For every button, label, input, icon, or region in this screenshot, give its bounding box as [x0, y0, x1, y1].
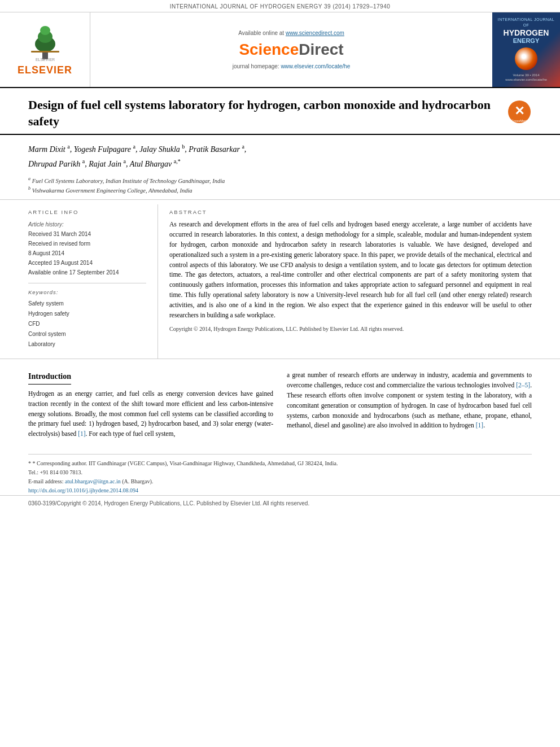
available-date: Available online 17 September 2014: [28, 268, 146, 277]
corresponding-label: * Corresponding author.: [33, 460, 88, 466]
svg-rect-4: [31, 51, 59, 53]
cover-circle-graphic: [515, 47, 537, 70]
intro-right-col: a great number of research efforts are u…: [287, 370, 532, 439]
svg-text:CrossMark: CrossMark: [511, 119, 528, 123]
article-info-heading: ARTICLE INFO: [28, 209, 146, 215]
revised-label: Received in revised form: [28, 239, 146, 248]
svg-text:ELSEVIER: ELSEVIER: [35, 58, 54, 62]
keywords-label: Keywords:: [28, 289, 146, 295]
title-section: ✕ CrossMark Design of fuel cell systems …: [0, 88, 560, 135]
elsevier-wordmark: ELSEVIER: [18, 64, 72, 76]
crossmark-badge: ✕ CrossMark: [507, 99, 532, 126]
keywords-list: Safety system Hydrogen safety CFD Contro…: [28, 299, 146, 350]
email-suffix: (A. Bhargav).: [122, 478, 153, 484]
revised-date: 8 August 2014: [28, 248, 146, 258]
keyword-1: Safety system: [28, 299, 146, 309]
introduction-heading: Introduction: [28, 370, 71, 385]
main-content-section: ARTICLE INFO Article history: Received 3…: [0, 204, 560, 359]
footnote-corresponding: * * Corresponding author. IIT Gandhinaga…: [28, 459, 532, 468]
available-online-text: Available online at www.sciencedirect.co…: [238, 30, 344, 36]
keyword-3: CFD: [28, 319, 146, 329]
email-label: E-mail address:: [28, 478, 63, 484]
ref-1-right[interactable]: [1]: [476, 422, 483, 429]
journal-info-bar: INTERNATIONAL JOURNAL OF HYDROGEN ENERGY…: [0, 0, 560, 12]
svg-point-3: [40, 26, 50, 35]
intro-right-text: a great number of research efforts are u…: [287, 370, 532, 431]
journal-citation: INTERNATIONAL JOURNAL OF HYDROGEN ENERGY…: [170, 3, 391, 10]
ref-1-left[interactable]: [1]: [78, 430, 85, 437]
received-date: Received 31 March 2014: [28, 229, 146, 239]
footnote-doi: http://dx.doi.org/10.1016/j.ijhydene.201…: [28, 486, 532, 495]
keyword-5: Laboratory: [28, 339, 146, 350]
abstract-text: As research and development efforts in t…: [169, 220, 532, 320]
divider-1: [28, 283, 146, 283]
footnotes-section: * * Corresponding author. IIT Gandhinaga…: [28, 454, 532, 495]
affiliation-b: Vishwakarma Government Engineering Colle…: [32, 187, 193, 194]
doi-link[interactable]: http://dx.doi.org/10.1016/j.ijhydene.201…: [28, 487, 138, 493]
email-link[interactable]: atul.bhargav@iitgn.ac.in: [65, 478, 121, 484]
article-info-column: ARTICLE INFO Article history: Received 3…: [28, 204, 158, 359]
introduction-two-col: Introduction Hydrogen as an energy carri…: [28, 370, 532, 439]
journal-homepage: journal homepage: www.elsevier.com/locat…: [233, 63, 350, 69]
cover-small-text: Volume 39 • 2014www.elsevier.com/locate/…: [505, 73, 547, 82]
authors-section: Marm Dixit a, Yogesh Fulpagare a, Jalay …: [0, 135, 560, 200]
affiliation-a: Fuel Cell Systems Laboratory, Indian Ins…: [32, 177, 225, 184]
article-title: Design of fuel cell systems laboratory f…: [28, 97, 532, 129]
elsevier-logo-block: ELSEVIER ELSEVIER: [0, 12, 90, 87]
history-label: Article history:: [28, 220, 146, 229]
svg-text:✕: ✕: [514, 104, 524, 118]
authors-line: Marm Dixit a, Yogesh Fulpagare a, Jalay …: [28, 142, 532, 171]
footnote-email: E-mail address: atul.bhargav@iitgn.ac.in…: [28, 477, 532, 486]
crossmark-icon: ✕ CrossMark: [507, 99, 532, 124]
sciencedirect-url[interactable]: www.sciencedirect.com: [286, 30, 344, 36]
journal-center-block: Available online at www.sciencedirect.co…: [90, 12, 492, 87]
elsevier-tree-icon: ELSEVIER: [23, 23, 68, 62]
accepted-date: Accepted 19 August 2014: [28, 258, 146, 268]
journal-homepage-link[interactable]: www.elsevier.com/locate/he: [281, 63, 350, 69]
journal-cover-image: International Journal of HYDROGEN ENERGY…: [492, 12, 560, 87]
intro-left-col: Introduction Hydrogen as an energy carri…: [28, 370, 273, 439]
ref-2-5[interactable]: [2–5]: [516, 382, 530, 388]
footer-bar: 0360-3199/Copyright © 2014, Hydrogen Ene…: [0, 495, 560, 511]
footnote-tel: Tel.: +91 814 030 7813.: [28, 468, 532, 477]
cover-label-hydrogen: HYDROGEN: [504, 28, 549, 38]
abstract-column: ABSTRACT As research and development eff…: [158, 204, 532, 359]
corresponding-address: IIT Gandhinagar (VGEC Campus), Visat-Gan…: [89, 460, 338, 466]
keyword-2: Hydrogen safety: [28, 309, 146, 319]
intro-left-text: Hydrogen as an energy carrier, and fuel …: [28, 389, 273, 439]
article-history-block: Article history: Received 31 March 2014 …: [28, 220, 146, 277]
cover-label-energy: ENERGY: [513, 37, 539, 44]
keyword-4: Control system: [28, 329, 146, 339]
sciencedirect-logo: ScienceDirect: [239, 41, 343, 59]
affiliations-block: a Fuel Cell Systems Laboratory, Indian I…: [28, 176, 532, 195]
copyright-text: Copyright © 2014, Hydrogen Energy Public…: [169, 325, 532, 333]
body-section: Introduction Hydrogen as an energy carri…: [0, 359, 560, 445]
journal-header: ELSEVIER ELSEVIER Available online at ww…: [0, 12, 560, 88]
tel-label: Tel.: +91 814 030 7813.: [28, 469, 82, 475]
footer-issn: 0360-3199/Copyright © 2014, Hydrogen Ene…: [28, 500, 309, 506]
cover-label-intl: International Journal of: [497, 17, 555, 28]
abstract-heading: ABSTRACT: [169, 209, 532, 215]
